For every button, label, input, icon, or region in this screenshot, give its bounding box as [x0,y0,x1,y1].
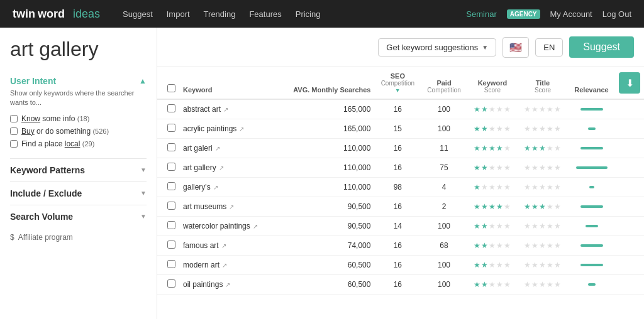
star-empty: ★ [547,280,553,289]
row-action [615,99,644,119]
keyword-link[interactable]: art museums ↗ [183,202,275,211]
star-empty: ★ [504,183,511,192]
star-empty: ★ [547,183,553,192]
star-filled: ★ [496,202,503,211]
keyword-link[interactable]: modern art ↗ [183,261,275,269]
row-kw-score: ★★★★★ [467,99,518,119]
page-title: art gallery [10,38,147,61]
suggest-button[interactable]: Suggest [569,36,634,58]
star-empty: ★ [554,280,561,289]
row-seo: 16 [374,275,421,295]
nav-pricing[interactable]: Pricing [296,9,321,19]
row-checkbox[interactable] [167,143,175,151]
relevance-bar [572,264,611,266]
th-paid-competition: PaidCompetition [421,67,467,99]
star-empty: ★ [531,163,538,172]
main-wrapper: art gallery User Intent ▲ Show only keyw… [0,28,644,319]
flag-selector[interactable]: 🇺🇸 [502,37,529,58]
keyword-link[interactable]: famous art ↗ [183,241,275,250]
download-button[interactable]: ⬇ [619,72,640,94]
th-relevance: Relevance [568,67,615,99]
row-relevance [568,236,615,256]
row-checkbox[interactable] [167,241,175,249]
row-avg: 110,000 [279,158,375,178]
star-empty: ★ [539,183,546,192]
nav-features[interactable]: Features [249,9,281,19]
star-empty: ★ [504,241,511,250]
star-filled: ★ [481,105,488,114]
dollar-icon: $ [10,233,14,242]
nav-trending[interactable]: Trending [204,9,236,19]
row-checkbox[interactable] [167,202,175,210]
keyword-link[interactable]: watercolor paintings ↗ [183,222,275,230]
keyword-link[interactable]: gallery's ↗ [183,183,275,192]
row-relevance [568,99,615,119]
row-seo: 98 [374,178,421,197]
row-checkbox[interactable] [167,163,175,171]
star-empty: ★ [554,261,561,269]
star-empty: ★ [496,124,503,133]
bar-fill [589,186,594,188]
row-checkbox[interactable] [167,104,175,112]
star-empty: ★ [547,222,553,230]
user-intent-arrow: ▲ [139,77,147,85]
star-empty: ★ [554,105,561,114]
intent-know-checkbox[interactable] [10,115,18,122]
row-checkbox[interactable] [167,279,175,288]
row-kw-score: ★★★★★ [467,217,518,236]
language-selector[interactable]: EN [535,38,563,57]
select-all-checkbox[interactable] [167,84,175,92]
intent-buy[interactable]: Buy or do something (526) [10,127,147,136]
search-volume-section[interactable]: Search Volume ▼ [10,205,147,228]
row-checkbox[interactable] [167,221,175,229]
agency-badge: AGENCY [507,9,540,19]
star-empty: ★ [539,280,546,289]
intent-know[interactable]: Know some info (18) [10,114,147,123]
row-checkbox-cell [157,119,179,139]
row-paid: 100 [421,119,467,139]
star-filled: ★ [481,222,488,230]
nav-my-account[interactable]: My Account [550,9,592,19]
star-empty: ★ [489,124,496,133]
row-relevance [568,217,615,236]
row-checkbox[interactable] [167,260,175,268]
brand-logo[interactable]: twinword ideas [13,8,100,21]
keyword-link[interactable]: art gallery ↗ [183,163,275,172]
row-title-score: ★★★★★ [518,236,568,256]
row-checkbox[interactable] [167,182,175,190]
keyword-link[interactable]: abstract art ↗ [183,105,275,114]
row-seo: 16 [374,197,421,217]
nav-log-out[interactable]: Log Out [602,9,631,19]
intent-find-checkbox[interactable] [10,140,18,148]
star-filled: ★ [474,261,480,269]
row-paid: 2 [421,197,467,217]
row-checkbox[interactable] [167,124,175,132]
include-exclude-section[interactable]: Include / Exclude ▼ [10,181,147,205]
row-action [615,119,644,139]
row-title-score: ★★★★★ [518,158,568,178]
relevance-bar [572,127,611,130]
keyword-link[interactable]: oil paintings ↗ [183,280,275,289]
keyword-dropdown[interactable]: Get keyword suggestions ▼ [378,38,496,57]
external-link-icon: ↗ [239,126,244,132]
star-empty: ★ [554,124,561,133]
relevance-bar [572,186,611,188]
affiliate-link[interactable]: $ Affiliate program [10,233,147,242]
intent-buy-checkbox[interactable] [10,127,18,135]
row-checkbox-cell [157,275,179,295]
star-empty: ★ [554,241,561,250]
include-exclude-title: Include / Exclude [10,188,82,198]
nav-suggest[interactable]: Suggest [123,9,153,19]
star-empty: ★ [489,222,496,230]
row-relevance [568,197,615,217]
star-empty: ★ [547,144,553,153]
intent-find[interactable]: Find a place local (29) [10,139,147,148]
nav-seminar[interactable]: Seminar [466,9,496,19]
row-paid: 4 [421,178,467,197]
nav-import[interactable]: Import [167,9,190,19]
keyword-patterns-section[interactable]: Keyword Patterns ▼ [10,158,147,181]
keyword-link[interactable]: acrylic paintings ↗ [183,124,275,133]
keyword-link[interactable]: art galeri ↗ [183,144,275,153]
star-empty: ★ [524,183,531,192]
user-intent-header[interactable]: User Intent ▲ [10,73,147,89]
